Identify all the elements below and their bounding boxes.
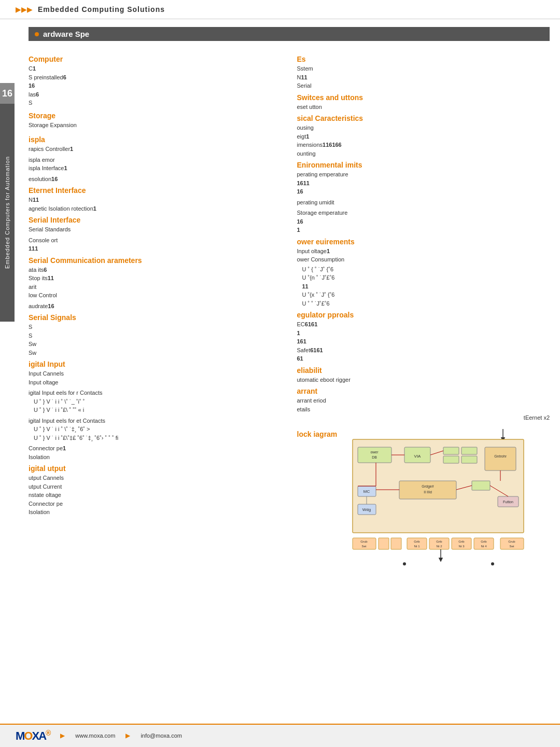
input-channels-line: Input Cannels	[29, 369, 282, 378]
digital-output-heading: igital utput	[29, 464, 282, 473]
power-row3: U ˚{x ˚ ˙J˚ {˚6	[302, 290, 550, 299]
isolation-line: agnetic Isolation rotection1	[29, 204, 282, 213]
reg-2-line: 161	[297, 337, 550, 346]
svg-text:Futton: Futton	[503, 500, 513, 504]
svg-text:Nt 4: Nt 4	[481, 545, 487, 548]
op-humidity-line: perating umidit	[297, 198, 550, 207]
display-heading: ispla	[29, 135, 282, 144]
page-number-tab: 16	[0, 83, 15, 104]
page-footer: MOXA® ▶ www.moxa.com ▶ info@moxa.com	[0, 724, 560, 747]
output-channels-line: utput Cannels	[29, 474, 282, 482]
display-mem-line: ispla emor	[29, 156, 282, 164]
storage-temp-line: Storage emperature	[297, 209, 550, 217]
resolution-line: esolution16	[29, 175, 282, 184]
svg-text:VIA: VIA	[414, 454, 422, 459]
svg-text:DB: DB	[372, 455, 377, 459]
op-temp-value2: 16	[297, 187, 550, 196]
console-line: Console ort	[29, 236, 282, 245]
diagram-area: tEernet x2	[347, 424, 550, 576]
input-voltage-line: Input oltage	[29, 378, 282, 387]
input-wet-label: igital Input eels for et Contacts	[29, 417, 282, 425]
power-row4: U ˚ ˚ ˙J˚£˚6	[302, 299, 550, 308]
main-content: ardware Spe Computer C1 S preinstalled6 …	[18, 19, 560, 584]
svg-text:Set: Set	[362, 545, 367, 548]
data-bits-line: ata its6	[29, 266, 282, 274]
svg-text:Nt 3: Nt 3	[459, 545, 465, 548]
svg-text:Grub: Grub	[509, 540, 516, 543]
safety-2-line: 61	[297, 354, 550, 363]
power-consumption-label: ower Consumption	[297, 255, 550, 264]
switches-heading: Switces and uttons	[297, 93, 550, 102]
svg-rect-2	[358, 447, 391, 463]
svg-text:Grib: Grib	[481, 540, 487, 543]
ec-line: EC6161	[297, 320, 550, 329]
lan-line: N11	[29, 196, 282, 204]
side-tab: Embedded Computers for Automation	[0, 104, 15, 322]
ethernet-label: tEernet x2	[524, 414, 550, 421]
svg-text:Grib: Grib	[459, 540, 465, 543]
output-isolation-line: Isolation	[29, 508, 282, 517]
serial-right-line: Serial	[297, 81, 550, 90]
diagram-title-left: lock iagram	[297, 424, 338, 439]
spec-columns: Computer C1 S preinstalled6 16 las6 S St…	[29, 49, 550, 576]
env-heading: Enironmental imits	[297, 161, 550, 169]
computer-heading: Computer	[29, 55, 282, 63]
di-connector-line: Connector pe1	[29, 444, 282, 453]
sstem-line: Sstem	[297, 64, 550, 73]
serial-comm-heading: Serial Communication arameters	[29, 256, 282, 265]
svg-text:MC: MC	[363, 489, 370, 494]
power-heading: ower euirements	[297, 238, 550, 246]
details-line: etails	[297, 405, 550, 414]
right-column: Es Sstem N11 Serial Switces and uttons e…	[297, 49, 550, 576]
svg-rect-8	[461, 447, 477, 454]
svg-text:Grib: Grib	[414, 540, 421, 543]
storage-temp-value: 16	[297, 217, 550, 226]
digital-input-heading: igital Input	[29, 360, 282, 368]
svg-text:II IIId: II IIId	[424, 490, 432, 494]
svg-text:Nt 1: Nt 1	[414, 545, 421, 548]
ram-line: 16	[29, 81, 282, 90]
parity-line: arit	[29, 283, 282, 292]
diagram-heading: lock iagram	[297, 430, 338, 438]
svg-rect-26	[379, 538, 389, 549]
logo-text: MOXA®	[16, 729, 50, 743]
op-temp-value: 1611	[297, 179, 550, 188]
housing-line: ousing	[297, 123, 550, 132]
svg-rect-10	[461, 456, 477, 463]
storage-s-line: S	[29, 99, 282, 107]
physical-heading: sical Caracteristics	[297, 114, 550, 122]
di-isolation-line: Isolation	[29, 453, 282, 462]
mounting-line: ounting	[297, 149, 550, 158]
display-iface-line: ispla Interface1	[29, 164, 282, 173]
op-temp-label: perating emperature	[297, 170, 550, 179]
serial-standards-line: Serial Standards	[29, 225, 282, 234]
flash-line: las6	[29, 90, 282, 99]
dimensions-line: imensions116166	[297, 141, 550, 149]
warranty-heading: arrant	[297, 387, 550, 395]
flow-line: low Control	[29, 291, 282, 300]
baud-line: audrate16	[29, 302, 282, 311]
safety-line: Safet6161	[297, 346, 550, 355]
serial-signals-heading: Serial Signals	[29, 313, 282, 322]
stop-bits-line: Stop its11	[29, 274, 282, 283]
side-tab-text: Embedded Computers for Automation	[4, 156, 10, 269]
graphics-line: rapics Controller1	[29, 145, 282, 154]
sig1-line: S	[29, 323, 282, 331]
section-title-bar: ardware Spe	[29, 27, 550, 41]
header-arrows-icon: ▶▶▶	[16, 5, 33, 13]
output-current-line: utput Current	[29, 482, 282, 491]
page-header: ▶▶▶ Embedded Computing Solutions	[0, 0, 560, 19]
reset-line: eset utton	[297, 103, 550, 112]
svg-rect-27	[391, 538, 401, 549]
svg-text:Grdge#: Grdge#	[422, 485, 434, 489]
sig2-line: S	[29, 331, 282, 340]
svg-text:Grib: Grib	[437, 540, 443, 543]
mtbf-line: utomatic eboot rigger	[297, 376, 550, 384]
ethernet-heading: Eternet Interface	[29, 186, 282, 195]
input-voltage-right: Input oltage1	[297, 247, 550, 256]
power-row1: U ˚ { ˚ ˙J˚ {˚6	[302, 265, 550, 274]
input-wet-line2: U ˚ } V ˙ i i ˚£\˚‡£ ˚6˚ ˙‡¸ ˚6˚› ˚ ˚ ˚ …	[34, 434, 282, 442]
serial-interface-heading: Serial Interface	[29, 216, 282, 224]
footer-email: info@moxa.com	[141, 732, 182, 739]
storage-temp-value2: 1	[297, 226, 550, 234]
